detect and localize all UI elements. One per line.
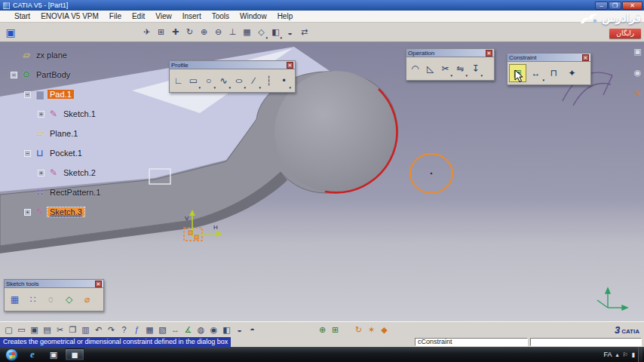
fly-mode-icon[interactable]: ✈ (140, 25, 153, 40)
tree-item-plane1[interactable]: ▱ Plane.1 (24, 124, 103, 143)
multi-view-icon[interactable]: ▦ (241, 25, 253, 40)
rectangle-tool-icon[interactable]: ▭▾ (186, 72, 201, 90)
network-icon[interactable]: ▮ (632, 351, 635, 358)
tree-item-label[interactable]: zx plane (34, 51, 69, 60)
grid-icon[interactable]: ▦ (6, 290, 23, 308)
language-indicator[interactable]: FA (603, 351, 612, 358)
new-document-icon[interactable]: ▢ (2, 323, 15, 336)
menu-start[interactable]: Start (9, 12, 35, 20)
shading-icon[interactable]: ◧▾ (269, 25, 282, 40)
open-icon[interactable]: ▭ (15, 323, 28, 336)
sketch-circle-center[interactable] (431, 173, 433, 175)
spline-tool-icon[interactable]: ∿▾ (216, 72, 231, 90)
tree-expander[interactable]: − (24, 150, 31, 157)
action-center-icon[interactable]: ⚐ (622, 351, 627, 358)
zoom-in-icon[interactable]: ⊕ (198, 25, 210, 40)
measure-between-icon[interactable]: ↔ (169, 323, 182, 336)
dock-tool-icon-2[interactable]: ◉ (632, 66, 643, 78)
zoom-out-icon[interactable]: ⊖ (212, 25, 225, 40)
apply-material-icon[interactable]: ◍ (195, 323, 207, 336)
measure-item-icon[interactable]: ∡ (182, 323, 195, 336)
profile-toolbar-titlebar[interactable]: Profile ✕ (170, 61, 295, 69)
catalog-browser-icon[interactable]: ▧ (156, 323, 169, 336)
circle-tool-icon[interactable]: ○▾ (201, 72, 216, 90)
tree-item-sketch1[interactable]: + ✎ Sketch.1 (38, 104, 103, 124)
paste-icon[interactable]: ▥ (79, 323, 92, 336)
fit-all-in-icon[interactable]: ⊞ (155, 25, 167, 40)
redo-icon[interactable]: ↷ (105, 323, 118, 336)
operation-toolbar-titlebar[interactable]: Operation ✕ (406, 49, 494, 57)
geometrical-constraints-icon[interactable]: ◇ (60, 290, 78, 308)
show-desktop-button[interactable] (638, 347, 642, 362)
menu-insert[interactable]: Insert (177, 12, 207, 20)
datum-icon[interactable]: ◆ (378, 323, 391, 336)
quick-view-icon[interactable]: ◇▾ (255, 25, 268, 40)
sketch-analysis-icon[interactable]: ✶ (365, 323, 378, 336)
origin-handle-1[interactable] (189, 231, 192, 235)
corner-tool-icon[interactable]: ◠ (408, 60, 422, 78)
tree-expander[interactable]: + (38, 111, 44, 118)
depth-effect-icon[interactable]: ◓ (246, 323, 259, 336)
undo-icon[interactable]: ↶ (92, 323, 105, 336)
close-icon[interactable]: ✕ (486, 50, 492, 57)
axis-tool-icon[interactable]: ┆ (262, 72, 276, 90)
cut-icon[interactable]: ✂ (54, 323, 66, 336)
hide-show-icon[interactable]: ◒ (284, 25, 296, 40)
formula-icon[interactable]: ƒ (130, 323, 143, 336)
constraint-icon[interactable]: ↔▾ (527, 64, 544, 82)
tree-item-pad1[interactable]: − ▆ Pad.1 (24, 84, 103, 104)
tree-item-label[interactable]: PartBody (34, 70, 72, 79)
shading-mode-icon[interactable]: ◧ (220, 323, 233, 336)
trim-tool-icon[interactable]: ✂▾ (438, 60, 452, 78)
taskbar-app-button-1[interactable]: ▣ (44, 348, 63, 360)
tree-item-label[interactable]: RectPattern.1 (48, 188, 103, 197)
save-icon[interactable]: ▣ (28, 323, 41, 336)
hidden-icons-chevron[interactable]: ▴ (615, 351, 618, 358)
sketcher-workbench-icon[interactable]: ✎ (632, 87, 643, 100)
copy-icon[interactable]: ❐ (66, 323, 79, 336)
green-tool-icon-2[interactable]: ⊞ (329, 323, 342, 336)
menu-tools[interactable]: Tools (207, 12, 235, 20)
tree-expander[interactable]: − (24, 91, 31, 98)
dimensional-constraints-icon[interactable]: ⌀ (78, 290, 96, 308)
line-tool-icon[interactable]: ∕▾ (247, 72, 261, 90)
menu-window[interactable]: Window (235, 12, 272, 20)
design-table-icon[interactable]: ▦ (143, 323, 156, 336)
close-icon[interactable]: ✕ (582, 54, 589, 61)
pan-icon[interactable]: ✚ (169, 25, 182, 40)
tree-item-label[interactable]: Sketch.3 (48, 207, 84, 216)
start-button[interactable] (5, 348, 18, 361)
tree-expander[interactable]: − (11, 72, 17, 78)
sketch-tools-titlebar[interactable]: Sketch tools ✕ (5, 280, 103, 288)
menu-view[interactable]: View (150, 12, 177, 20)
close-icon[interactable]: ✕ (287, 62, 293, 69)
tree-item-label[interactable]: Plane.1 (48, 129, 80, 138)
origin-handle-2[interactable] (195, 235, 198, 239)
chamfer-tool-icon[interactable]: ◺ (423, 60, 437, 78)
menu-edit[interactable]: Edit (127, 12, 150, 20)
snap-to-point-icon[interactable]: ∷ (24, 290, 41, 308)
taskbar-ie-button[interactable]: e (23, 348, 42, 360)
swap-visible-space-icon[interactable]: ⇄ (298, 25, 311, 40)
normal-view-icon[interactable]: ⊥ (226, 25, 239, 40)
secondary-input-field[interactable] (530, 338, 642, 346)
tree-expander[interactable]: + (24, 209, 31, 216)
whats-this-icon[interactable]: ? (118, 323, 130, 336)
taskbar-app-button-2[interactable]: ◼ (65, 348, 84, 360)
fix-together-icon[interactable]: ⊓ (545, 64, 563, 82)
tree-item-zx-plane[interactable]: ▱ zx plane (11, 45, 103, 65)
constraint-toolbar-titlebar[interactable]: Constraint ✕ (508, 54, 590, 62)
tree-item-label[interactable]: Sketch.2 (61, 168, 98, 177)
image-capture-icon[interactable]: ◉ (207, 323, 220, 336)
maximize-button[interactable]: ❐ (609, 2, 621, 10)
close-button[interactable]: ✕ (622, 2, 642, 10)
profile-tool-icon[interactable]: ∟ (171, 72, 186, 90)
menu-help[interactable]: Help (272, 12, 299, 20)
menu-file[interactable]: File (104, 12, 127, 20)
tree-item-label[interactable]: Pad.1 (48, 90, 74, 99)
project-3d-elements-icon[interactable]: ↧▾ (468, 60, 483, 78)
minimize-button[interactable]: – (595, 2, 608, 10)
construction-element-icon[interactable]: ◌ (42, 290, 60, 308)
tree-item-rectpattern1[interactable]: ∷ RectPattern.1 (24, 183, 103, 202)
tree-item-sketch3[interactable]: + ✎ Sketch.3 (24, 202, 103, 222)
